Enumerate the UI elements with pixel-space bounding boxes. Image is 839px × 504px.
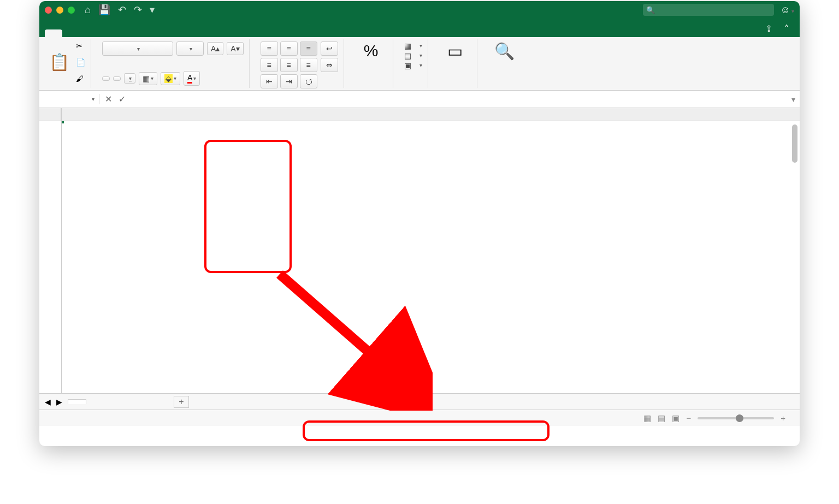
indent-inc-icon[interactable]: ⇥ xyxy=(280,74,298,88)
vertical-scrollbar[interactable] xyxy=(790,122,800,395)
confirm-icon[interactable]: ✓ xyxy=(119,94,126,104)
zoom-slider[interactable] xyxy=(698,417,774,419)
grow-font-icon[interactable]: A▴ xyxy=(207,42,223,55)
sheet-tab-bar: ◀ ▶ + xyxy=(39,393,800,410)
tab-view[interactable] xyxy=(150,29,167,37)
fill-color-icon[interactable]: ⬙▾ xyxy=(161,72,180,85)
select-all-corner[interactable] xyxy=(39,108,61,121)
borders-icon[interactable]: ▦▾ xyxy=(139,72,157,85)
search-input[interactable]: 🔍 xyxy=(643,4,774,16)
cell-styles-button[interactable]: ▣ ▾ xyxy=(404,61,422,69)
column-headers xyxy=(62,108,800,121)
table-icon: ▤ xyxy=(404,51,412,59)
align-middle-icon[interactable]: ≡ xyxy=(280,41,298,56)
sheet-tab[interactable] xyxy=(68,399,86,404)
orientation-icon[interactable]: ⭯ xyxy=(300,74,317,88)
undo-icon[interactable]: ↶ xyxy=(118,4,126,16)
add-sheet-button[interactable]: + xyxy=(174,396,189,408)
underline-button[interactable]: ▾ xyxy=(124,73,135,84)
formula-bar: ▾ ✕ ✓ ▾ xyxy=(39,91,800,108)
view-break-icon[interactable]: ▣ xyxy=(672,413,680,423)
search-icon: 🔍 xyxy=(646,6,655,14)
status-bar: ▦ ▤ ▣ − + xyxy=(39,410,800,426)
close-icon[interactable] xyxy=(45,7,52,14)
titlebar: ⌂ 💾 ↶ ↷ ▾ 🔍 ☺▾ xyxy=(39,1,800,19)
align-left-icon[interactable]: ≡ xyxy=(261,58,278,72)
bold-button[interactable] xyxy=(102,76,110,81)
group-editing: 🔍 xyxy=(483,39,527,88)
group-number: % xyxy=(350,39,393,88)
ribbon: 📋 ✂ 📄 🖌 ▾ ▾ A▴ A▾ ▾ ▦▾ xyxy=(39,37,800,91)
group-clipboard: 📋 ✂ 📄 🖌 xyxy=(44,39,91,88)
cell-styles-icon: ▣ xyxy=(404,61,412,69)
cond-format-icon: ▦ xyxy=(404,41,412,49)
expand-formula-icon[interactable]: ▾ xyxy=(791,95,795,104)
home-icon[interactable]: ⌂ xyxy=(85,4,91,16)
name-box[interactable]: ▾ xyxy=(39,94,99,104)
quick-access-toolbar: ⌂ 💾 ↶ ↷ ▾ xyxy=(85,4,155,16)
collapse-ribbon-icon[interactable]: ˄ xyxy=(784,23,789,34)
percent-icon[interactable]: % xyxy=(364,41,379,60)
cells-icon[interactable]: ▭ xyxy=(447,41,463,61)
tab-formulas[interactable] xyxy=(97,29,115,37)
font-name-select[interactable]: ▾ xyxy=(102,41,173,56)
app-window: ⌂ 💾 ↶ ↷ ▾ 🔍 ☺▾ ⇪ ˄ 📋 xyxy=(39,1,800,446)
view-normal-icon[interactable]: ▦ xyxy=(643,413,651,423)
group-font: ▾ ▾ A▴ A▾ ▾ ▦▾ ⬙▾ A▾ xyxy=(97,39,250,88)
share-button[interactable]: ⇪ ˄ xyxy=(760,20,794,37)
selection-marquee xyxy=(62,121,64,123)
cancel-icon[interactable]: ✕ xyxy=(105,94,112,104)
tab-review[interactable] xyxy=(132,29,150,37)
font-size-select[interactable]: ▾ xyxy=(176,41,204,56)
italic-button[interactable] xyxy=(113,76,121,81)
qat-more-icon[interactable]: ▾ xyxy=(150,4,155,16)
worksheet[interactable] xyxy=(39,108,800,393)
find-icon[interactable]: 🔍 xyxy=(494,41,515,61)
group-alignment: ≡ ≡ ≡ ≡ ≡ ≡ ⇤ ⇥ ⭯ ↩ ⇔ xyxy=(255,39,344,88)
group-styles: ▦ ▾ ▤ ▾ ▣ ▾ xyxy=(399,39,428,88)
window-controls xyxy=(45,7,75,14)
share-icon: ⇪ xyxy=(765,23,772,34)
align-top-icon[interactable]: ≡ xyxy=(261,41,278,56)
paste-icon[interactable]: 📋 xyxy=(49,52,69,72)
font-color-icon[interactable]: A▾ xyxy=(184,71,200,86)
merge-icon[interactable]: ⇔ xyxy=(321,58,338,72)
maximize-icon[interactable] xyxy=(68,7,75,14)
tab-page-layout[interactable] xyxy=(80,29,97,37)
view-page-icon[interactable]: ▤ xyxy=(658,413,665,423)
wrap-text-icon[interactable]: ↩ xyxy=(321,41,338,56)
align-center-icon[interactable]: ≡ xyxy=(280,58,298,72)
sheet-nav-prev-icon[interactable]: ◀ xyxy=(45,398,51,406)
save-icon[interactable]: 💾 xyxy=(98,4,110,16)
minimize-icon[interactable] xyxy=(56,7,63,14)
group-cells: ▭ xyxy=(434,39,477,88)
tab-data[interactable] xyxy=(115,29,132,37)
redo-icon[interactable]: ↷ xyxy=(134,4,142,16)
sheet-nav-next-icon[interactable]: ▶ xyxy=(56,398,62,406)
zoom-out-icon[interactable]: − xyxy=(686,413,691,423)
tab-home[interactable] xyxy=(45,29,62,37)
feedback-icon[interactable]: ☺▾ xyxy=(781,4,794,16)
format-painter-icon[interactable]: 🖌 xyxy=(76,74,85,83)
conditional-format-button[interactable]: ▦ ▾ xyxy=(404,41,422,49)
row-headers xyxy=(39,108,62,393)
copy-icon[interactable]: 📄 xyxy=(76,58,85,67)
indent-dec-icon[interactable]: ⇤ xyxy=(261,74,278,88)
align-bottom-icon[interactable]: ≡ xyxy=(300,41,317,56)
shrink-font-icon[interactable]: A▾ xyxy=(227,42,243,55)
tab-insert[interactable] xyxy=(62,29,80,37)
format-as-table-button[interactable]: ▤ ▾ xyxy=(404,51,422,59)
cut-icon[interactable]: ✂ xyxy=(76,41,85,50)
ribbon-tabs: ⇪ ˄ xyxy=(39,19,800,37)
align-right-icon[interactable]: ≡ xyxy=(300,58,317,72)
zoom-in-icon[interactable]: + xyxy=(781,413,785,423)
